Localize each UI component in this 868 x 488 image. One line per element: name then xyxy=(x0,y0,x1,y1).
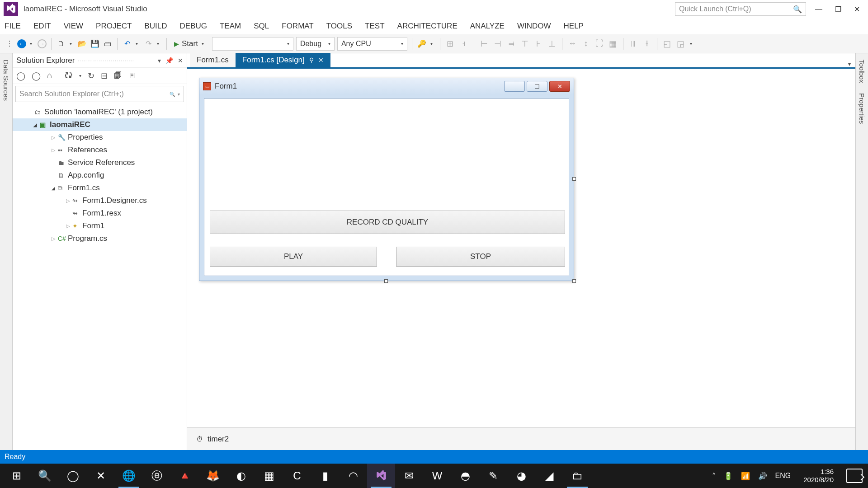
explorer-icon[interactable]: 🗀 xyxy=(563,464,591,488)
menu-architecture[interactable]: ARCHITECTURE xyxy=(397,22,458,31)
send-back-icon[interactable]: ◲ xyxy=(675,38,686,49)
data-sources-tab[interactable]: Data Sources xyxy=(2,57,10,103)
chevron-down-icon[interactable]: ▾ xyxy=(136,41,138,46)
start-button[interactable]: ▶Start▾ xyxy=(171,39,209,48)
form-client-area[interactable]: RECORD CD QUALITY PLAY STOP xyxy=(204,98,569,276)
minimize-button[interactable]: — xyxy=(815,5,822,14)
nav-back-button[interactable]: ← xyxy=(17,39,26,48)
restore-button[interactable]: ❐ xyxy=(835,5,841,14)
align-tops-icon[interactable]: ⊤ xyxy=(519,38,530,49)
home-icon[interactable]: ⌂ xyxy=(47,71,52,80)
firefox-icon[interactable]: 🦊 xyxy=(199,464,227,488)
menu-sql[interactable]: SQL xyxy=(254,22,269,31)
menu-test[interactable]: TEST xyxy=(365,22,384,31)
panel-control[interactable] xyxy=(210,101,565,206)
tab-form1-design[interactable]: Form1.cs [Design]⚲✕ xyxy=(236,53,330,67)
tray-overflow-icon[interactable]: ˄ xyxy=(712,472,716,480)
language-indicator[interactable]: ENG xyxy=(775,472,791,480)
empty-combo[interactable]: ▾ xyxy=(212,37,293,51)
form1cs-node[interactable]: ⧉Form1.cs xyxy=(13,182,187,194)
outlook-icon[interactable]: ✉ xyxy=(395,464,423,488)
sync-icon[interactable]: 🗘 xyxy=(65,71,73,80)
align-rights-icon[interactable]: ⫤ xyxy=(506,38,517,49)
timer-component[interactable]: timer2 xyxy=(208,435,229,444)
chrome-icon[interactable]: 🌐 xyxy=(115,464,143,488)
nav-forward-button[interactable]: → xyxy=(38,39,47,48)
collapse-icon[interactable]: ⊟ xyxy=(101,71,108,81)
resize-handle-corner[interactable] xyxy=(572,279,576,283)
project-node[interactable]: ▣laomaiREC xyxy=(13,118,187,131)
show-all-icon[interactable]: 🗐 xyxy=(114,71,122,80)
terminal-icon[interactable]: ▮ xyxy=(311,464,339,488)
new-project-icon[interactable]: 🗋 xyxy=(56,39,66,49)
eclipse-icon[interactable]: ◠ xyxy=(339,464,367,488)
stop-button[interactable]: STOP xyxy=(396,247,565,267)
refresh-icon[interactable]: ↻ xyxy=(88,71,94,81)
close-button[interactable]: ✕ xyxy=(854,5,860,14)
menu-team[interactable]: TEAM xyxy=(220,22,241,31)
same-height-icon[interactable]: ↕ xyxy=(580,38,591,49)
form1designer-node[interactable]: ↬Form1.Designer.cs xyxy=(13,194,187,207)
appconfig-node[interactable]: 🗎App.config xyxy=(13,169,187,182)
align-lefts-icon[interactable]: ⊢ xyxy=(479,38,490,49)
panel-close-icon[interactable]: ✕ xyxy=(178,57,183,64)
chevron-down-icon[interactable]: ▾ xyxy=(79,73,81,78)
volume-icon[interactable]: 🔊 xyxy=(758,472,767,480)
taskbar-app-1[interactable]: ✕ xyxy=(87,464,115,488)
platform-combo[interactable]: Any CPU▾ xyxy=(337,37,407,51)
references-node[interactable]: ▪▪References xyxy=(13,144,187,156)
menu-edit[interactable]: EDIT xyxy=(33,22,51,31)
visual-studio-icon[interactable] xyxy=(367,464,395,488)
notifications-icon[interactable] xyxy=(846,469,863,483)
cortana-button[interactable]: ◯ xyxy=(59,464,87,488)
toolbox-tab[interactable]: Toolbox xyxy=(858,57,866,86)
left-side-tab[interactable]: Data Sources xyxy=(0,53,13,450)
taskbar-app-6[interactable]: ✎ xyxy=(479,464,507,488)
menu-window[interactable]: WINDOW xyxy=(517,22,551,31)
vlc-icon[interactable]: 🔺 xyxy=(171,464,199,488)
menu-debug[interactable]: DEBUG xyxy=(180,22,207,31)
component-tray[interactable]: ⏱ timer2 xyxy=(187,427,855,450)
form1resx-node[interactable]: ↬Form1.resx xyxy=(13,207,187,220)
align-left-icon[interactable]: ⫞ xyxy=(458,38,469,49)
taskbar-app-5[interactable]: ◓ xyxy=(451,464,479,488)
resize-handle-right[interactable] xyxy=(572,177,576,181)
taskbar-app-2[interactable]: ◐ xyxy=(227,464,255,488)
search-button[interactable]: 🔍 xyxy=(31,464,59,488)
config-combo[interactable]: Debug▾ xyxy=(296,37,335,51)
align-grid-icon[interactable]: ⊞ xyxy=(445,38,456,49)
save-icon[interactable]: 💾 xyxy=(90,39,100,49)
tab-form1cs[interactable]: Form1.cs xyxy=(190,53,236,67)
resize-handle-bottom[interactable] xyxy=(384,279,388,283)
pin-icon[interactable]: ⚲ xyxy=(309,56,314,64)
find-icon[interactable]: 🔑 xyxy=(417,39,427,49)
menu-tools[interactable]: TOOLS xyxy=(326,22,352,31)
word-icon[interactable]: W xyxy=(423,464,451,488)
chevron-down-icon[interactable]: ▾ xyxy=(30,41,32,46)
menu-project[interactable]: PROJECT xyxy=(96,22,132,31)
battery-icon[interactable]: 🔋 xyxy=(724,472,733,480)
same-width-icon[interactable]: ↔ xyxy=(567,38,578,49)
menu-view[interactable]: VIEW xyxy=(64,22,83,31)
back-icon[interactable]: ◯ xyxy=(16,71,25,81)
chevron-down-icon[interactable]: ▾ xyxy=(430,41,433,46)
menu-file[interactable]: FILE xyxy=(5,22,21,31)
quick-launch-input[interactable]: Quick Launch (Ctrl+Q) 🔍 xyxy=(675,2,806,16)
tab-overflow-icon[interactable]: ▾ xyxy=(848,61,851,67)
redo-icon[interactable]: ↷ xyxy=(143,39,153,49)
size-to-grid-icon[interactable]: ▦ xyxy=(608,38,618,49)
design-surface[interactable]: ▭ Form1 — ☐ ✕ RECORD CD QUALITY PLAY STO… xyxy=(187,69,855,427)
menu-build[interactable]: BUILD xyxy=(144,22,167,31)
taskbar-app-7[interactable]: ◢ xyxy=(535,464,563,488)
taskbar-app-4[interactable]: C xyxy=(283,464,311,488)
vspace-equal-icon[interactable]: ⫲ xyxy=(642,38,652,49)
menu-format[interactable]: FORMAT xyxy=(282,22,314,31)
properties-tab[interactable]: Properties xyxy=(858,90,866,127)
align-middles-icon[interactable]: ⊦ xyxy=(533,38,544,49)
undo-icon[interactable]: ↶ xyxy=(122,39,132,49)
chevron-down-icon[interactable]: ▾ xyxy=(157,41,159,46)
programcs-node[interactable]: C#Program.cs xyxy=(13,232,187,245)
hspace-equal-icon[interactable]: ⫼ xyxy=(628,38,639,49)
properties-node[interactable]: 🔧Properties xyxy=(13,131,187,144)
play-button[interactable]: PLAY xyxy=(210,247,377,267)
